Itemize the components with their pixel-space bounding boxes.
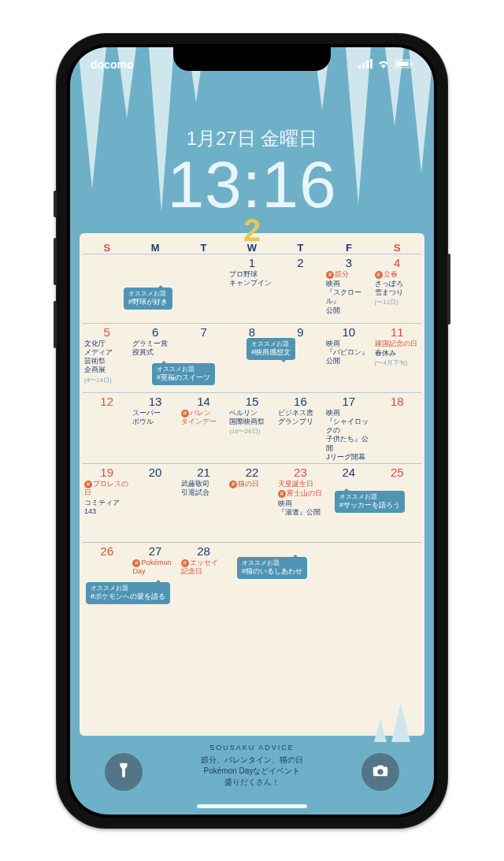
topic-bubble[interactable]: オススメお題 #サッカーを語ろう [335, 491, 405, 513]
event-text: 映画『スクロール』公開 [326, 280, 371, 315]
bubble-label: オススメお題 [251, 340, 291, 348]
carrier-label: docomo [91, 58, 133, 71]
svg-rect-1 [362, 63, 365, 69]
svg-rect-0 [358, 65, 361, 69]
svg-rect-2 [366, 61, 369, 69]
hash-icon: # [181, 559, 189, 567]
day-cell[interactable]: 5 文化庁メディア芸術祭企画展 (4〜14日) [83, 324, 131, 392]
day-cell[interactable]: 23 天皇誕生日 #富士山の日 映画『湯道』公開 [276, 464, 324, 542]
svg-rect-5 [396, 61, 409, 66]
day-cell[interactable]: 26 [83, 543, 131, 618]
mute-switch[interactable] [54, 191, 57, 217]
bubble-text: #サッカーを語ろう [339, 501, 400, 509]
day-number: 9 [278, 325, 323, 339]
day-number: 11 [375, 325, 420, 339]
notch [173, 47, 331, 71]
bubble-text: #猫のいるしあわせ [242, 567, 302, 575]
week-row: 26 27 #PokémonDay 28 #エッセイ記念日 オススメお題 # [83, 542, 421, 618]
dow-fri: F [324, 242, 372, 254]
day-number: 16 [278, 395, 323, 408]
day-number: 26 [84, 544, 129, 558]
bubble-label: オススメお題 [128, 290, 168, 298]
week-row: 19 #プロレスの日 コミティア143 20 21 武藤敬司引退試合 22 #猫… [83, 463, 421, 542]
advice-box: SOUSAKU ADVICE 節分、バレンタイン、猫の日Pokémon Dayな… [157, 743, 347, 788]
day-cell[interactable]: 12 [83, 393, 131, 464]
event-sub: (〜11日) [375, 298, 420, 306]
day-number: 28 [181, 544, 226, 558]
dow-sat: S [373, 242, 421, 254]
event-text: コミティア143 [84, 499, 129, 517]
event-text: 天皇誕生日 [278, 480, 323, 488]
day-number: 22 [229, 466, 274, 479]
topic-bubble[interactable]: オススメお題 #猫のいるしあわせ [237, 557, 307, 579]
event-text: #バレンタインデー [181, 409, 226, 427]
day-number: 15 [229, 395, 274, 408]
day-cell[interactable]: 22 #猫の日 [228, 464, 276, 542]
day-cell[interactable]: 14 #バレンタインデー [180, 393, 228, 464]
hash-icon: # [84, 481, 92, 488]
flashlight-icon [115, 762, 132, 782]
flashlight-button[interactable] [105, 753, 143, 791]
calendar-rows: 1 プロ野球キャンプイン 2 3 #節分 映画『スクロール』公開 4 [83, 254, 421, 618]
day-number: 14 [181, 395, 226, 408]
lock-time: 13:16 [70, 147, 434, 223]
day-number: 24 [326, 466, 371, 479]
day-number: 7 [181, 325, 226, 339]
day-cell[interactable]: 2 [276, 254, 324, 323]
day-cell[interactable]: 19 #プロレスの日 コミティア143 [83, 464, 131, 542]
event-sub: (〜4月下旬) [375, 358, 420, 367]
event-text: 文化庁メディア芸術祭企画展 [84, 340, 129, 375]
day-cell[interactable]: 10 映画『バビロン』公開 [324, 324, 372, 392]
hash-icon: # [181, 410, 189, 418]
volume-down-button[interactable] [54, 301, 57, 348]
event-text: 建国記念の日 [375, 340, 420, 348]
power-button[interactable] [447, 254, 450, 325]
day-cell[interactable]: 13 スーパーボウル [131, 393, 179, 464]
topic-bubble[interactable]: オススメお題 #ポケモンへの愛を語る [86, 582, 170, 604]
event-sub: (4〜14日) [84, 376, 129, 384]
day-number: 12 [84, 395, 129, 408]
event-text: #節分 [326, 270, 371, 279]
week-row: 1 プロ野球キャンプイン 2 3 #節分 映画『スクロール』公開 4 [83, 254, 421, 323]
day-number: 27 [132, 544, 177, 558]
topic-bubble[interactable]: オススメお題 #映画感想文 [246, 338, 295, 360]
bubble-label: オススメお題 [339, 493, 400, 501]
weekday-header: S M T W T F S [83, 242, 421, 254]
day-cell[interactable]: 20 [131, 464, 179, 542]
event-text: #猫の日 [229, 480, 274, 488]
calendar-widget: 2 S M T W T F S 1 プロ野球キャンプ [80, 233, 424, 736]
day-number: 19 [84, 466, 129, 479]
week-row: 12 13 スーパーボウル 14 #バレンタインデー 15 ベルリン国際映画祭 [83, 392, 421, 464]
home-indicator[interactable] [197, 804, 307, 808]
day-cell[interactable]: 3 #節分 映画『スクロール』公開 [324, 254, 372, 323]
hash-icon: # [375, 271, 383, 279]
day-cell[interactable]: 1 プロ野球キャンプイン [228, 254, 276, 323]
day-cell[interactable]: 28 #エッセイ記念日 [180, 543, 228, 618]
day-number: 20 [132, 466, 177, 479]
hash-icon: # [132, 559, 140, 567]
day-cell[interactable]: 18 [373, 393, 421, 464]
bubble-text: #野球が好き [128, 298, 168, 306]
topic-bubble[interactable]: オススメお題 #野球が好き [124, 288, 172, 310]
week-row: 5 文化庁メディア芸術祭企画展 (4〜14日) 6 グラミー賞授賞式 7 8 [83, 323, 421, 392]
topic-bubble[interactable]: オススメお題 #至福のスイーツ [152, 363, 215, 385]
volume-up-button[interactable] [54, 238, 57, 285]
svg-rect-6 [411, 62, 413, 65]
day-number: 17 [326, 395, 371, 408]
dow-thu: T [276, 242, 324, 254]
event-text: ビジネス書グランプリ [278, 409, 323, 427]
day-cell[interactable]: 16 ビジネス書グランプリ [276, 393, 324, 464]
svg-rect-3 [370, 59, 372, 69]
day-cell[interactable]: 17 映画『シャイロックの子供たち』公開Jリーグ開幕 [324, 393, 372, 464]
event-text: グラミー賞授賞式 [132, 340, 177, 358]
day-cell[interactable]: 4 #立春 さっぽろ雪まつり (〜11日) [373, 254, 421, 323]
day-number: 2 [278, 256, 323, 269]
day-cell[interactable]: 15 ベルリン国際映画祭 (16〜26日) [228, 393, 276, 464]
day-number: 13 [132, 395, 177, 408]
bubble-label: オススメお題 [91, 585, 165, 592]
camera-button[interactable] [361, 753, 399, 791]
day-number: 18 [375, 395, 420, 408]
day-cell[interactable]: 11 建国記念の日 春休み (〜4月下旬) [373, 324, 421, 392]
day-number: 6 [132, 325, 177, 339]
day-cell[interactable]: 21 武藤敬司引退試合 [180, 464, 228, 542]
